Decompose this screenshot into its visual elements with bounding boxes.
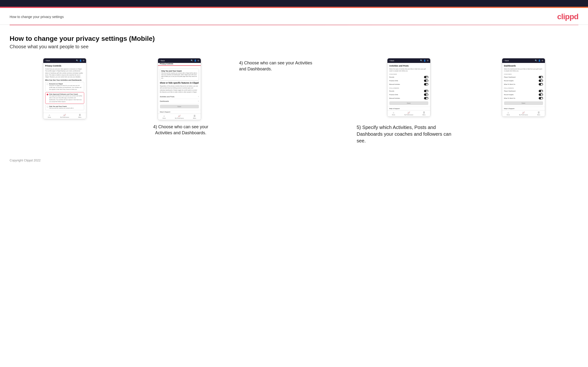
mock-bottom-nav-1: ⌂ Home 📈 My Performance ☰ Menu [43, 113, 86, 119]
person-icon-4[interactable]: 👤 [538, 59, 541, 62]
mock-tab-bar-2: Privacy Controls [158, 63, 201, 66]
toggle-manual-followers-switch[interactable] [424, 97, 428, 100]
what-to-work-label-coaches: What To Work On [504, 83, 515, 85]
mock-bottom-nav-2: ⌂ Home 📈 My Performance ☰ Menu [158, 114, 201, 120]
nav-menu-label-1: Menu [78, 117, 82, 118]
show-hide-text: Regardless of the privacy controls that … [160, 85, 199, 93]
nav-performance-2[interactable]: 📈 My Performance [175, 115, 184, 119]
chart-icon-1: 📈 [63, 114, 66, 116]
toggle-manual-followers: Manual Activities [389, 97, 428, 100]
followers-label-3: FOLLOWERS [389, 87, 428, 89]
nav-home-2[interactable]: ⌂ Home [163, 115, 166, 119]
nav-menu-2[interactable]: ☰ Menu [193, 115, 196, 119]
nav-home-3[interactable]: ⌂ Home [392, 111, 395, 116]
drills-label-coaches: Practice Drills [389, 80, 398, 81]
activities-link[interactable]: Activities and Posts › [160, 94, 199, 99]
privacy-controls-title: Privacy Controls [45, 65, 84, 67]
topbar-icons-3: 🔍 👤 ⚙ [420, 59, 429, 62]
toggle-round-insights-coaches-switch[interactable] [539, 80, 543, 82]
dashboards-link-label: Dashboards [160, 100, 169, 102]
home-icon-3: ⌂ [393, 111, 394, 114]
toggle-player-dash-coaches-switch[interactable] [539, 76, 543, 78]
toggle-player-dash-followers-switch[interactable] [539, 90, 543, 92]
dashboards-desc: Select the dashboards that you'd like to… [504, 68, 543, 72]
nav-performance-1[interactable]: 📈 My Performance [60, 114, 69, 118]
toggle-rounds-followers-switch[interactable] [424, 90, 428, 92]
settings-icon-4[interactable]: ⚙ [542, 59, 543, 62]
settings-icon-2[interactable]: ⚙ [198, 59, 199, 62]
mock-content-4: Dashboards Select the dashboards that yo… [502, 63, 545, 107]
save-button-3[interactable]: Save [389, 101, 428, 105]
toggle-drills-coaches-switch[interactable] [424, 80, 428, 82]
dashboards-link[interactable]: Dashboards › [160, 99, 199, 103]
menu-icon-1: ☰ [79, 114, 81, 116]
round-insights-label-coaches: Round Insights [504, 80, 514, 81]
radio-everyone[interactable] [47, 83, 48, 85]
option-everyone[interactable]: Everyone on Clippd Everyone on Clippd ca… [45, 82, 84, 92]
footer: Copyright Clippd 2022 [0, 151, 588, 167]
phone-mockup-4: < Back 🔍 👤 ⚙ Dashboards Select the dashb… [502, 58, 545, 117]
toggle-round-insights-followers: Round Insights [504, 93, 543, 97]
nav-performance-label-1: My Performance [60, 117, 69, 118]
nav-performance-3[interactable]: 📈 My Performance [405, 111, 413, 116]
search-icon[interactable]: 🔍 [76, 59, 78, 62]
toggle-round-insights-coaches: Round Insights [504, 79, 543, 83]
toggle-drills-followers-switch[interactable] [424, 93, 428, 96]
header: How to change your privacy settings clip… [0, 8, 588, 25]
caption-4-text: 4) Choose who can see your Activities an… [147, 124, 215, 144]
nav-menu-3[interactable]: ☰ Menu [423, 111, 426, 116]
toggle-what-to-work-coaches-switch[interactable] [539, 83, 543, 85]
home-icon-1: ⌂ [49, 114, 50, 116]
radio-approved[interactable] [47, 94, 48, 95]
nav-menu-4[interactable]: ☰ Menu [537, 111, 540, 116]
rounds-label-coaches: Rounds [389, 76, 394, 78]
option-approved[interactable]: Only Approved Followers and Your Coach O… [45, 92, 84, 104]
nav-home-4[interactable]: ⌂ Home [507, 111, 510, 116]
caption-4-container: 4) Choose who can see your Activities an… [125, 124, 236, 144]
nav-home-label-2: Home [163, 117, 166, 119]
toggle-rounds-coaches-switch[interactable] [424, 76, 428, 78]
settings-icon-3[interactable]: ⚙ [427, 59, 429, 62]
mockup-section-4: < Back 🔍 👤 ⚙ Dashboards Select the dashb… [468, 58, 578, 117]
mockup-row: < Back 🔍 👤 ⚙ Privacy Controls Control ho… [10, 58, 578, 120]
nav-home-label-1: Home [48, 117, 51, 118]
topbar-icons-4: 🔍 👤 ⚙ [535, 59, 543, 62]
toggle-player-dash-followers: Player Dashboard [504, 89, 543, 93]
help-section-3: Help & Support [388, 107, 430, 110]
search-icon-4[interactable]: 🔍 [535, 59, 537, 62]
drills-label-followers: Practice Drills [389, 94, 398, 95]
manual-label-followers: Manual Activities [389, 98, 400, 99]
toggle-manual-coaches-switch[interactable] [424, 83, 428, 85]
nav-home-1[interactable]: ⌂ Home [48, 114, 51, 118]
option-only-you[interactable]: Only You and Your Coach Only you and the… [45, 104, 84, 110]
settings-icon[interactable]: ⚙ [83, 59, 84, 62]
toggle-drills-coaches: Practice Drills [389, 79, 428, 83]
back-button-4[interactable]: < Back [504, 60, 509, 61]
player-dash-label-followers: Player Dashboard [504, 90, 516, 92]
back-button-2[interactable]: < Back [160, 60, 165, 61]
radio-only-you[interactable] [47, 106, 48, 108]
back-button-1[interactable]: < Back [45, 60, 50, 61]
person-icon-2[interactable]: 👤 [194, 59, 197, 62]
activities-link-label: Activities and Posts [160, 96, 175, 98]
rounds-label-followers: Rounds [389, 90, 394, 92]
toggle-round-insights-followers-switch[interactable] [539, 93, 543, 96]
mock-content-2: Only You and Your Coach Only you and the… [158, 67, 201, 110]
back-button-3[interactable]: < Back [389, 60, 394, 61]
manual-label-coaches: Manual Activities [389, 83, 400, 85]
option-approved-label: Only Approved Followers and Your Coach [49, 93, 83, 95]
person-icon-3[interactable]: 👤 [424, 59, 426, 62]
privacy-tab-2[interactable]: Privacy Controls [160, 63, 173, 65]
page-heading: How to change your privacy settings (Mob… [10, 35, 578, 42]
nav-performance-4[interactable]: 📈 My Performance [519, 111, 528, 116]
search-icon-2[interactable]: 🔍 [191, 59, 193, 62]
person-icon[interactable]: 👤 [79, 59, 82, 62]
nav-menu-1[interactable]: ☰ Menu [78, 114, 82, 118]
who-can-see-title: Who Can See Your Activities and Dashboar… [45, 79, 84, 81]
home-icon-2: ⌂ [164, 115, 165, 117]
save-button-4[interactable]: Save [504, 101, 543, 105]
nav-menu-label-4: Menu [537, 114, 540, 116]
save-button-2[interactable]: Save [160, 105, 199, 108]
search-icon-3[interactable]: 🔍 [420, 59, 423, 62]
toggle-what-to-work-followers-switch[interactable] [539, 97, 543, 100]
